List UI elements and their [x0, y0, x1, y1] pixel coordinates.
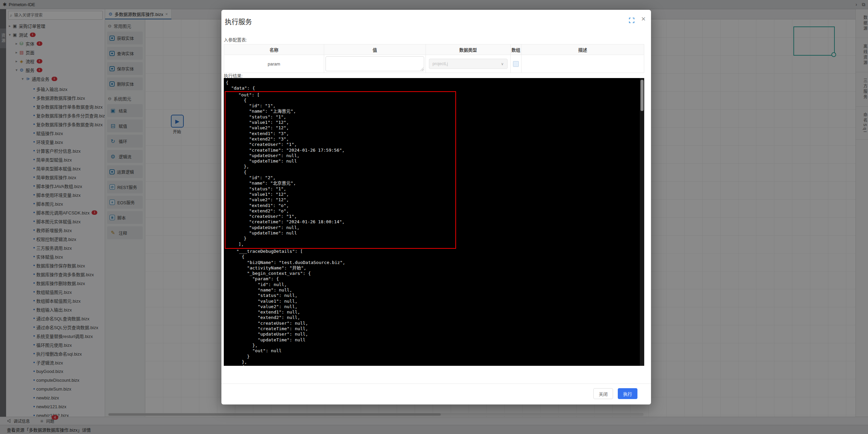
param-name-cell: param [224, 55, 324, 73]
dialog-footer: 关闭 执行 [221, 383, 651, 404]
column-header-array: 数组 [511, 44, 521, 55]
close-icon[interactable]: × [641, 15, 646, 23]
close-button[interactable]: 关闭 [593, 388, 613, 399]
console-scrollbar[interactable] [640, 78, 644, 366]
column-header-description: 描述 [521, 44, 644, 55]
resize-handle-icon[interactable] [420, 68, 423, 71]
input-params-table: 名称 值 数据类型 数组 描述 param projectLj ∨ [224, 44, 644, 73]
console-text-highlighted: "out": [ { "id": "1", "name": "上海普元", "s… [226, 92, 455, 247]
column-header-value: 值 [324, 44, 426, 55]
execution-result-console: { "data": { "out": [ { "id": "1", "name"… [224, 78, 644, 366]
fullscreen-icon[interactable] [629, 17, 635, 23]
params-table-label: 入参配置表: [224, 36, 247, 43]
table-row: param projectLj ∨ [224, 55, 644, 73]
dialog-title: 执行服务 [225, 17, 252, 26]
param-value-textarea[interactable] [326, 56, 424, 71]
scrollbar-thumb[interactable] [640, 80, 644, 111]
debug-highlight-box: "out": [ { "id": "1", "name": "上海普元", "s… [225, 91, 456, 249]
run-button[interactable]: 执行 [618, 388, 637, 399]
execute-service-dialog: 执行服务 × 入参配置表: 名称 值 数据类型 数组 描述 param p [221, 10, 651, 404]
description-cell [521, 55, 644, 73]
column-header-datatype: 数据类型 [426, 44, 511, 55]
column-header-name: 名称 [224, 44, 324, 55]
datatype-select[interactable]: projectLj ∨ [429, 59, 508, 69]
chevron-down-icon: ∨ [501, 62, 504, 66]
array-checkbox[interactable] [513, 61, 519, 67]
console-text: "___traceDebugDetails": [ { "bizQName": … [224, 249, 644, 366]
datatype-select-value: projectLj [433, 61, 448, 66]
console-text: { "data": { [224, 78, 644, 91]
